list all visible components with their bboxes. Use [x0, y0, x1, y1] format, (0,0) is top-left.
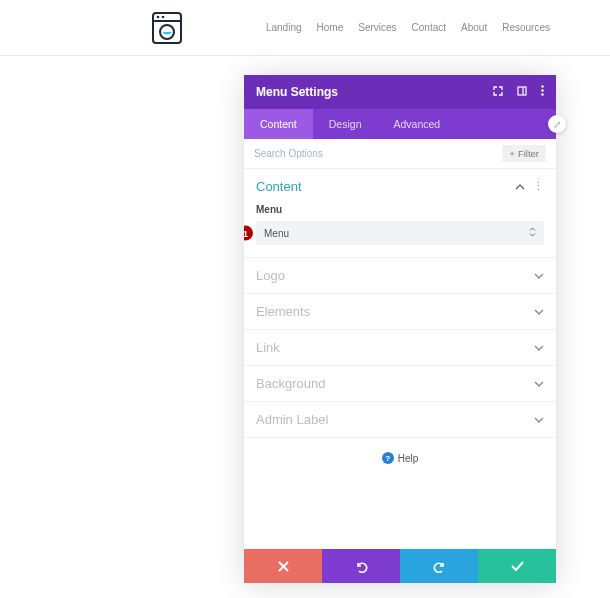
- nav-item-services[interactable]: Services: [358, 22, 396, 33]
- chevron-down-icon: [534, 417, 544, 423]
- section-content-body: Menu 1 Menu: [244, 204, 556, 257]
- panel-header: Menu Settings: [244, 75, 556, 109]
- nav-item-landing[interactable]: Landing: [266, 22, 302, 33]
- chevron-down-icon: [534, 381, 544, 387]
- section-elements-head[interactable]: Elements: [244, 294, 556, 329]
- tab-design[interactable]: Design: [313, 109, 378, 139]
- nav-item-home[interactable]: Home: [317, 22, 344, 33]
- section-content-title: Content: [256, 179, 302, 194]
- extra-icon[interactable]: ⤢: [548, 115, 566, 133]
- redo-button[interactable]: [400, 549, 478, 583]
- section-link-head[interactable]: Link: [244, 330, 556, 365]
- undo-button[interactable]: [322, 549, 400, 583]
- nav-item-contact[interactable]: Contact: [412, 22, 446, 33]
- tabs: Content Design Advanced ⤢: [244, 109, 556, 139]
- snap-icon[interactable]: [517, 85, 527, 99]
- nav-menu: Landing Home Services Contact About Reso…: [266, 22, 550, 33]
- chevron-up-icon: [515, 184, 525, 190]
- nav-item-about[interactable]: About: [461, 22, 487, 33]
- help-icon: ?: [382, 452, 394, 464]
- filter-button[interactable]: +Filter: [502, 145, 546, 162]
- svg-point-8: [541, 89, 543, 91]
- panel-footer: [244, 549, 556, 583]
- section-logo-head[interactable]: Logo: [244, 258, 556, 293]
- settings-panel: Menu Settings Content Design Advanced ⤢ …: [244, 75, 556, 583]
- panel-body: Content ⋮ Menu 1 Menu Logo Elements: [244, 169, 556, 549]
- toolbar: Search Options +Filter: [244, 139, 556, 169]
- menu-field-label: Menu: [256, 204, 544, 215]
- topbar: Landing Home Services Contact About Reso…: [0, 0, 610, 56]
- svg-point-3: [162, 15, 165, 18]
- chevron-down-icon: [534, 273, 544, 279]
- section-more-icon[interactable]: ⋮: [533, 180, 544, 193]
- cancel-button[interactable]: [244, 549, 322, 583]
- menu-dropdown[interactable]: 1 Menu: [256, 221, 544, 245]
- section-admin-label-head[interactable]: Admin Label: [244, 402, 556, 437]
- panel-title: Menu Settings: [256, 85, 338, 99]
- expand-icon[interactable]: [493, 85, 503, 99]
- svg-rect-5: [518, 87, 526, 95]
- logo: [150, 11, 184, 45]
- nav-item-resources[interactable]: Resources: [502, 22, 550, 33]
- updown-icon: [529, 227, 536, 239]
- chevron-down-icon: [534, 309, 544, 315]
- section-background-head[interactable]: Background: [244, 366, 556, 401]
- tab-advanced[interactable]: Advanced: [377, 109, 456, 139]
- save-button[interactable]: [478, 549, 556, 583]
- svg-point-9: [541, 93, 543, 95]
- more-icon[interactable]: [541, 85, 544, 99]
- menu-dropdown-value: Menu: [264, 228, 289, 239]
- svg-point-2: [157, 15, 160, 18]
- help-link[interactable]: ? Help: [244, 438, 556, 478]
- search-options[interactable]: Search Options: [254, 148, 323, 159]
- annotation-badge: 1: [244, 226, 253, 241]
- tab-content[interactable]: Content: [244, 109, 313, 139]
- chevron-down-icon: [534, 345, 544, 351]
- svg-point-7: [541, 85, 543, 87]
- section-content-head[interactable]: Content ⋮: [244, 169, 556, 204]
